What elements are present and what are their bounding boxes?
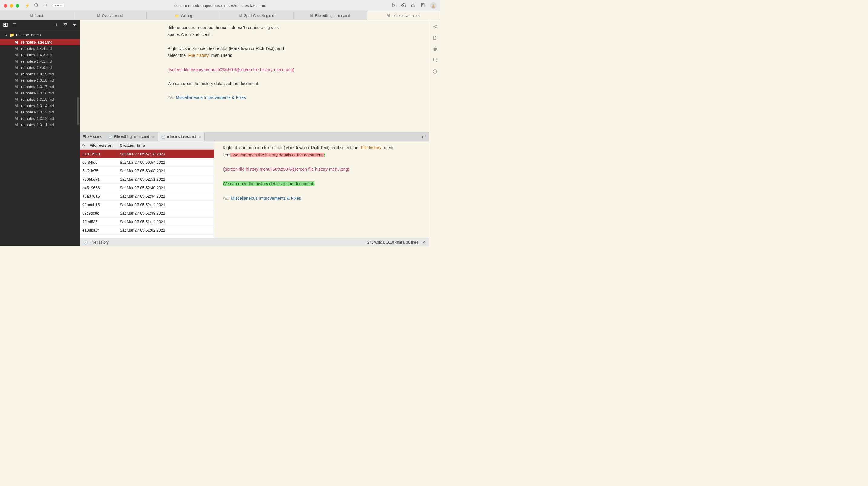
collapse-icon[interactable]: [72, 22, 77, 28]
export-page-icon[interactable]: [433, 35, 437, 41]
list-view-icon[interactable]: [12, 22, 17, 28]
svg-point-2: [433, 4, 434, 6]
svg-rect-4: [4, 25, 5, 26]
svg-point-11: [435, 61, 436, 62]
close-icon[interactable]: ✕: [198, 135, 202, 139]
tree-item[interactable]: Mrelnotes-1.4.1.md: [0, 58, 80, 64]
tab-spell-checking[interactable]: MSpell Checking.md: [220, 11, 294, 20]
svg-rect-3: [4, 23, 5, 25]
bottom-panel: ⟳ File revision Creation time 21b719edSa…: [80, 141, 429, 238]
search-icon[interactable]: [34, 3, 39, 8]
tree-item[interactable]: Mrelnotes-1.3.19.md: [0, 71, 80, 77]
folder-icon: 📁: [175, 13, 179, 18]
svg-point-9: [434, 49, 435, 50]
link-icon[interactable]: [43, 3, 48, 8]
clock-icon: 🕘: [108, 135, 113, 139]
tree-item[interactable]: Mrelnotes-1.4.4.md: [0, 46, 80, 52]
tree-item[interactable]: Mrelnotes-1.3.11.md: [0, 122, 80, 128]
share-icon[interactable]: [411, 3, 415, 8]
info-icon[interactable]: [433, 69, 437, 75]
tab-1md[interactable]: M1.md: [0, 11, 73, 20]
main-editor[interactable]: differences are recorded; hence it doesn…: [80, 20, 429, 132]
file-sidebar: ⌄ 📁 release_notes Mrelnotes-latest.mdMre…: [0, 20, 80, 246]
tree-item[interactable]: Mrelnotes-latest.md: [0, 39, 80, 46]
clock-icon: 🕘: [161, 135, 165, 139]
document-path: documentnode-app/release_notes/relnotes-…: [174, 3, 266, 8]
status-stats: 273 words, 1618 chars, 30 lines: [368, 240, 418, 245]
diff-viewer[interactable]: Right click in an open text editor (Mark…: [214, 141, 429, 238]
panel-label: File History:: [80, 135, 105, 139]
revision-row[interactable]: a36bbca1Sat Mar 27 05:52:51 2021: [80, 175, 214, 184]
diff-added-text: We can open the history details of the d…: [223, 181, 314, 186]
revision-row[interactable]: 89c9dc8cSat Mar 27 05:51:39 2021: [80, 209, 214, 218]
bolt-icon[interactable]: ⚡: [25, 3, 30, 8]
tree-item[interactable]: Mrelnotes-1.3.17.md: [0, 84, 80, 90]
right-rail: [429, 20, 440, 246]
tab-overview[interactable]: MOverview.md: [73, 11, 147, 20]
revision-row[interactable]: 4ffed527Sat Mar 27 05:51:14 2021: [80, 218, 214, 226]
diff-deleted-text: , we can open the history details of the…: [230, 152, 323, 158]
folder-icon: 📁: [9, 33, 14, 37]
revision-row[interactable]: 21b719edSat Mar 27 05:57:18 2021: [80, 150, 214, 158]
panel-tab-relnotes-latest[interactable]: 🕘 relnotes-latest.md ✕: [158, 132, 205, 141]
tab-relnotes-latest[interactable]: Mrelnotes-latest.md: [367, 11, 440, 20]
col-file-revision[interactable]: File revision: [87, 141, 117, 149]
tree-item[interactable]: Mrelnotes-1.4.0.md: [0, 64, 80, 71]
share-nodes-icon[interactable]: [433, 24, 437, 30]
bottom-panel-tabs: File History: 🕘 File editing history.md …: [80, 132, 429, 141]
close-panel-icon[interactable]: ✕: [422, 240, 425, 245]
col-creation-time[interactable]: Creation time: [117, 141, 147, 149]
revision-table: ⟳ File revision Creation time 21b719edSa…: [80, 141, 214, 238]
svg-rect-5: [6, 23, 7, 27]
play-icon[interactable]: [391, 3, 396, 8]
maximize-window[interactable]: [16, 4, 19, 7]
tree-item[interactable]: Mrelnotes-1.4.3.md: [0, 52, 80, 58]
revision-row[interactable]: 98bedb15Sat Mar 27 05:52:14 2021: [80, 201, 214, 209]
svg-point-8: [435, 28, 436, 28]
window-controls: [4, 4, 19, 7]
chevron-down-icon: ⌄: [4, 33, 7, 37]
tree-item[interactable]: Mrelnotes-1.3.16.md: [0, 90, 80, 96]
revision-row[interactable]: a4519666Sat Mar 27 05:52:40 2021: [80, 184, 214, 192]
status-bar: 🕘 File History 273 words, 1618 chars, 30…: [80, 238, 429, 246]
svg-point-0: [35, 4, 37, 6]
tab-writing-folder[interactable]: 📁Writing: [147, 11, 220, 20]
filter-icon[interactable]: [63, 22, 68, 28]
connect-icon[interactable]: [433, 58, 437, 63]
sidebar-scrollbar[interactable]: [77, 97, 79, 125]
clock-icon: 🕘: [84, 240, 88, 245]
tree-item[interactable]: Mrelnotes-1.3.14.md: [0, 103, 80, 109]
svg-point-10: [433, 59, 434, 60]
visibility-icon[interactable]: [433, 47, 437, 52]
tree-item[interactable]: Mrelnotes-1.3.18.md: [0, 77, 80, 84]
explorer-view-icon[interactable]: [3, 22, 8, 28]
revision-row[interactable]: 5cf2de75Sat Mar 27 05:53:08 2021: [80, 167, 214, 175]
add-icon[interactable]: [54, 22, 59, 28]
tab-file-editing-history[interactable]: MFile editing history.md: [294, 11, 367, 20]
document-icon[interactable]: [421, 3, 425, 8]
minimize-window[interactable]: [10, 4, 13, 7]
titlebar: ⚡ documentnode-app/release_notes/relnote…: [0, 0, 440, 11]
revision-row[interactable]: ea3dba6fSat Mar 27 05:51:02 2021: [80, 226, 214, 234]
cloud-upload-icon[interactable]: [401, 3, 406, 8]
folder-release-notes[interactable]: ⌄ 📁 release_notes: [0, 31, 80, 39]
refresh-icon[interactable]: ⟳: [80, 141, 87, 149]
svg-point-12: [435, 59, 436, 60]
revision-row[interactable]: 6ef34fd0Sat Mar 27 05:56:54 2021: [80, 158, 214, 167]
panel-tab-file-editing-history[interactable]: 🕘 File editing history.md ✕: [105, 132, 158, 141]
tree-item[interactable]: Mrelnotes-1.3.12.md: [0, 115, 80, 122]
svg-point-6: [433, 26, 434, 27]
close-window[interactable]: [4, 4, 7, 7]
tree-item[interactable]: Mrelnotes-1.3.13.md: [0, 109, 80, 115]
tree-item[interactable]: Mrelnotes-1.3.15.md: [0, 96, 80, 103]
panel-expand-icon[interactable]: [418, 135, 429, 139]
status-file-history[interactable]: File History: [90, 240, 108, 245]
revision-row[interactable]: a6a376a5Sat Mar 27 05:52:34 2021: [80, 192, 214, 201]
dots-indicator[interactable]: [52, 4, 64, 7]
tab-bar: M1.md MOverview.md 📁Writing MSpell Check…: [0, 11, 440, 20]
close-icon[interactable]: ✕: [152, 135, 155, 139]
user-avatar[interactable]: [430, 2, 437, 9]
svg-point-7: [435, 25, 436, 26]
